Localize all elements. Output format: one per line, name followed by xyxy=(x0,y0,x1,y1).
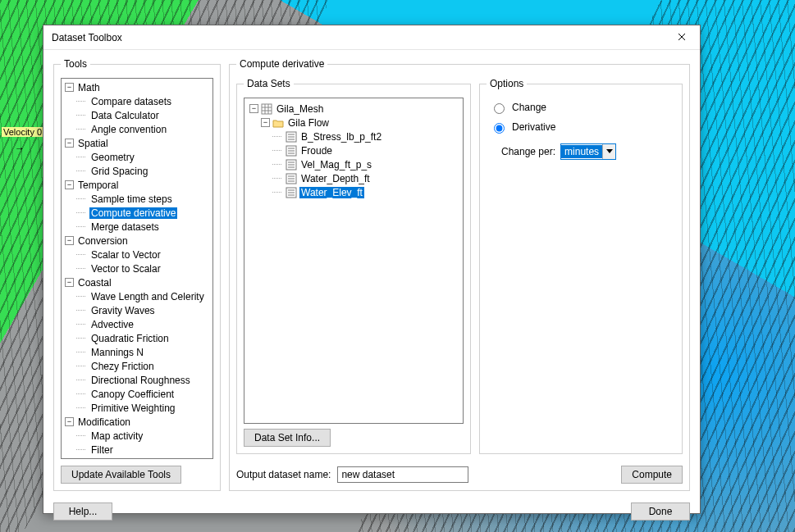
option-change-label: Change xyxy=(512,102,546,113)
tree-item[interactable]: Wave Length and Celerity xyxy=(89,291,206,302)
option-derivative-label: Derivative xyxy=(512,121,555,133)
titlebar: Dataset Toolbox xyxy=(43,25,700,50)
tree-item[interactable]: Gravity Waves xyxy=(89,305,157,316)
tree-item[interactable]: Vector to Scalar xyxy=(89,263,162,275)
tree-item[interactable]: Filter xyxy=(89,444,115,456)
mesh-icon xyxy=(261,103,272,115)
tree-expander[interactable]: − xyxy=(65,278,74,287)
tree-expander[interactable]: − xyxy=(249,104,258,113)
tree-expander[interactable]: − xyxy=(261,118,270,127)
done-button[interactable]: Done xyxy=(631,502,690,521)
tree-item[interactable]: Chezy Friction xyxy=(89,361,156,372)
data-sets-groupbox: Data Sets −Gila_Mesh−Gila FlowB_Stress_l… xyxy=(236,78,471,454)
compute-derivative-groupbox: Compute derivative Data Sets −Gila_Mesh−… xyxy=(229,58,690,491)
tree-item[interactable]: Geometry xyxy=(89,152,136,163)
dataset-icon xyxy=(286,159,297,171)
options-groupbox: Options Change Derivative Change per: xyxy=(479,78,683,454)
tree-item[interactable]: Compute derivative xyxy=(89,207,177,219)
tree-expander[interactable]: − xyxy=(65,417,74,426)
change-per-select[interactable]: minutes xyxy=(560,143,616,160)
tree-group-temporal[interactable]: Temporal xyxy=(76,180,120,191)
tree-group-conversion[interactable]: Conversion xyxy=(76,235,130,247)
data-sets-legend: Data Sets xyxy=(244,78,294,89)
tools-tree[interactable]: −MathCompare datasetsData CalculatorAngl… xyxy=(61,78,213,459)
window-title: Dataset Toolbox xyxy=(52,32,122,43)
output-dataset-label: Output dataset name: xyxy=(236,469,331,480)
dataset-icon xyxy=(286,145,297,157)
tree-item[interactable]: Scalar to Vector xyxy=(89,249,162,261)
tree-group-coastal[interactable]: Coastal xyxy=(76,277,113,289)
dataset-icon xyxy=(286,187,297,198)
tree-item[interactable]: Advective xyxy=(89,319,135,330)
option-change-radio[interactable] xyxy=(494,103,505,114)
tree-item[interactable]: Angle convention xyxy=(89,124,168,135)
folder-icon xyxy=(272,117,284,129)
axis-arrow: → xyxy=(15,143,25,154)
tree-item[interactable]: Quadratic Friction xyxy=(89,333,171,344)
change-per-label: Change per: xyxy=(501,146,555,157)
tree-item[interactable]: Canopy Coefficient xyxy=(89,389,176,400)
tree-group-spatial[interactable]: Spatial xyxy=(76,138,110,149)
ds-item[interactable]: Froude xyxy=(299,145,334,157)
tree-item[interactable]: Directional Roughness xyxy=(89,375,192,386)
axis-label-velocity: Velocity 0 xyxy=(2,127,43,137)
svg-rect-0 xyxy=(262,104,272,114)
option-change-row[interactable]: Change xyxy=(490,101,672,114)
option-derivative-radio[interactable] xyxy=(494,123,505,134)
tools-legend: Tools xyxy=(61,58,90,70)
tree-item[interactable]: Primitive Weighting xyxy=(89,402,176,414)
compute-button[interactable]: Compute xyxy=(621,466,683,484)
ds-folder[interactable]: Gila Flow xyxy=(286,117,331,129)
tree-item[interactable]: Grid Spacing xyxy=(89,166,149,177)
tree-expander[interactable]: − xyxy=(65,180,74,189)
data-set-info-button[interactable]: Data Set Info... xyxy=(244,429,331,447)
ds-item[interactable]: Vel_Mag_ft_p_s xyxy=(299,159,373,171)
compute-legend: Compute derivative xyxy=(236,58,327,70)
change-per-value: minutes xyxy=(561,145,602,158)
tree-item[interactable]: Mannings N xyxy=(89,347,145,358)
output-dataset-name-input[interactable] xyxy=(337,466,468,483)
tree-item[interactable]: Map activity xyxy=(89,430,144,442)
tree-item[interactable]: Merge datasets xyxy=(89,221,161,233)
update-available-tools-button[interactable]: Update Available Tools xyxy=(61,466,181,484)
options-legend: Options xyxy=(487,78,527,89)
tree-expander[interactable]: − xyxy=(65,83,74,92)
close-button[interactable] xyxy=(664,25,700,49)
tree-group-math[interactable]: Math xyxy=(76,82,102,93)
tree-expander[interactable]: − xyxy=(65,139,74,148)
tree-item[interactable]: Compare datasets xyxy=(89,96,173,107)
ds-item[interactable]: Water_Depth_ft xyxy=(299,173,372,184)
ds-root[interactable]: Gila_Mesh xyxy=(275,103,325,115)
ds-item[interactable]: Water_Elev_ft xyxy=(299,187,364,198)
chevron-down-icon xyxy=(602,144,615,159)
help-button[interactable]: Help... xyxy=(53,502,112,521)
tree-group-modification[interactable]: Modification xyxy=(76,416,132,428)
dataset-icon xyxy=(286,173,297,184)
data-sets-tree[interactable]: −Gila_Mesh−Gila FlowB_Stress_lb_p_ft2Fro… xyxy=(244,98,464,424)
ds-item[interactable]: B_Stress_lb_p_ft2 xyxy=(299,131,383,143)
option-derivative-row[interactable]: Derivative xyxy=(490,120,672,134)
close-icon xyxy=(678,32,686,43)
tools-groupbox: Tools −MathCompare datasetsData Calculat… xyxy=(53,58,221,491)
tree-item[interactable]: Data Calculator xyxy=(89,110,161,121)
tree-expander[interactable]: − xyxy=(65,236,74,245)
dataset-icon xyxy=(286,131,297,143)
tree-item[interactable]: Sample time steps xyxy=(89,193,174,205)
dataset-toolbox-dialog: Dataset Toolbox Tools −MathCompare datas… xyxy=(43,25,701,514)
